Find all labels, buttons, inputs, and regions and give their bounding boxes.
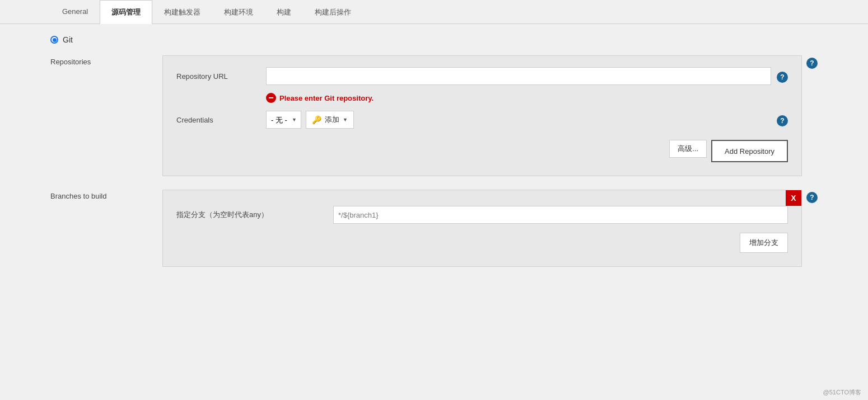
branch-field-row: 指定分支（为空时代表any） xyxy=(176,206,788,224)
main-content: Git Repositories Repository URL ? − Plea… xyxy=(0,24,868,291)
repo-url-control xyxy=(266,67,771,85)
add-repository-button[interactable]: Add Repository xyxy=(711,140,788,162)
repositories-help-icon[interactable]: ? xyxy=(806,58,818,69)
repo-btn-row: 高级... Add Repository xyxy=(176,140,788,162)
add-branch-button[interactable]: 增加分支 xyxy=(740,233,788,253)
tab-source[interactable]: 源码管理 xyxy=(100,0,152,24)
credentials-control: - 无 - 🔑 添加 ▼ xyxy=(266,111,771,129)
branches-help-outer: ? xyxy=(806,190,818,203)
add-credentials-button[interactable]: 🔑 添加 ▼ xyxy=(306,111,354,129)
add-credentials-arrow-icon: ▼ xyxy=(343,117,348,123)
git-radio-button[interactable] xyxy=(50,36,58,44)
advanced-button[interactable]: 高级... xyxy=(669,140,707,158)
branch-field-label: 指定分支（为空时代表any） xyxy=(176,210,333,220)
error-icon: − xyxy=(266,93,276,103)
key-icon: 🔑 xyxy=(312,115,321,124)
repo-url-input[interactable] xyxy=(266,67,771,85)
tab-trigger[interactable]: 构建触发器 xyxy=(152,0,212,24)
error-message: Please enter Git repository. xyxy=(279,94,374,102)
tab-post[interactable]: 构建后操作 xyxy=(303,0,363,24)
repo-url-row: Repository URL ? xyxy=(176,67,788,85)
repositories-box: Repository URL ? − Please enter Git repo… xyxy=(162,55,802,176)
add-branch-row: 增加分支 xyxy=(176,233,788,253)
credentials-row: Credentials - 无 - 🔑 添加 ▼ xyxy=(176,111,788,129)
creds-row: - 无 - 🔑 添加 ▼ xyxy=(266,111,771,129)
branch-close-button[interactable]: X xyxy=(786,190,801,206)
repositories-label: Repositories xyxy=(50,55,162,66)
git-label: Git xyxy=(63,35,73,44)
tabs-bar: General 源码管理 构建触发器 构建环境 构建 构建后操作 xyxy=(0,0,868,24)
tab-general[interactable]: General xyxy=(50,0,100,24)
branches-help-icon[interactable]: ? xyxy=(806,192,818,203)
branches-box: X 指定分支（为空时代表any） 增加分支 xyxy=(162,190,802,267)
credentials-label: Credentials xyxy=(176,116,266,124)
branches-section: Branches to build X 指定分支（为空时代表any） 增加分支 … xyxy=(50,190,818,267)
credentials-select-wrapper: - 无 - xyxy=(266,111,301,129)
tab-env[interactable]: 构建环境 xyxy=(212,0,265,24)
repositories-help-outer: ? xyxy=(806,55,818,69)
git-radio-row: Git xyxy=(50,35,818,44)
credentials-help-icon[interactable]: ? xyxy=(777,115,788,126)
repositories-section: Repositories Repository URL ? − Please e… xyxy=(50,55,818,176)
error-row: − Please enter Git repository. xyxy=(176,93,788,103)
credentials-select[interactable]: - 无 - xyxy=(266,111,301,129)
branches-label: Branches to build xyxy=(50,190,162,200)
tab-build[interactable]: 构建 xyxy=(265,0,303,24)
repo-url-label: Repository URL xyxy=(176,72,266,81)
add-credentials-label: 添加 xyxy=(325,115,339,125)
branch-field-control xyxy=(333,206,788,224)
branch-input[interactable] xyxy=(333,206,788,224)
repo-url-help-icon[interactable]: ? xyxy=(777,72,788,83)
